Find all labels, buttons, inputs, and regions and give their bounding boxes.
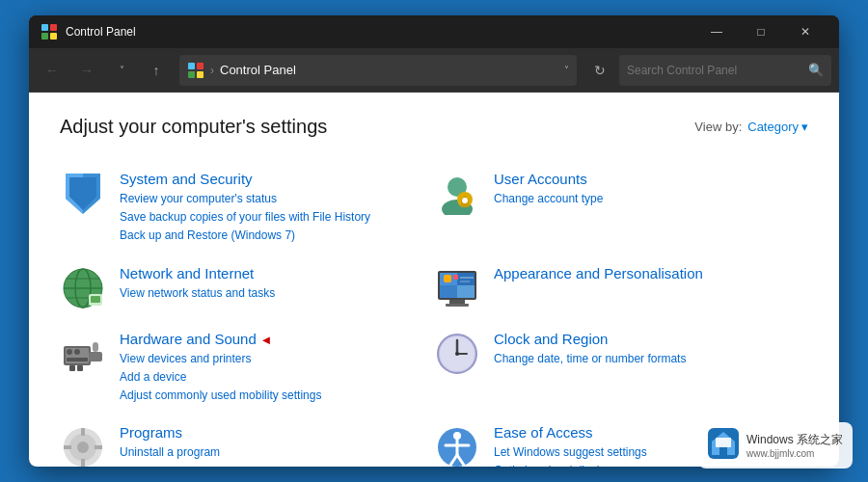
category-hardware-sound: Hardware and Sound View devices and prin…: [60, 321, 434, 415]
category-programs: Programs Uninstall a program: [60, 415, 434, 467]
up-button[interactable]: ↑: [141, 55, 172, 86]
system-security-title[interactable]: System and Security: [120, 171, 253, 187]
svg-rect-7: [197, 71, 203, 78]
svg-rect-3: [50, 33, 57, 40]
view-by-value[interactable]: Category ▾: [747, 120, 808, 134]
svg-rect-52: [64, 445, 71, 449]
category-appearance: Appearance and Personalisation: [434, 255, 808, 321]
programs-title[interactable]: Programs: [120, 424, 182, 441]
svg-rect-37: [89, 352, 102, 362]
svg-rect-50: [81, 428, 85, 436]
appearance-icon: [434, 265, 480, 311]
programs-link-1[interactable]: Uninstall a program: [120, 443, 220, 462]
svg-rect-5: [197, 63, 203, 69]
appearance-content: Appearance and Personalisation: [494, 265, 703, 284]
svg-rect-30: [460, 277, 474, 279]
categories-grid: System and Security Review your computer…: [60, 161, 808, 467]
ease-of-access-link-1[interactable]: Let Windows suggest settings: [494, 443, 647, 462]
svg-rect-23: [457, 273, 475, 285]
svg-point-34: [67, 349, 72, 355]
clock-region-icon: [434, 331, 480, 377]
svg-rect-40: [77, 365, 83, 371]
network-internet-link-1[interactable]: View network status and tasks: [120, 284, 275, 303]
svg-rect-38: [93, 342, 98, 352]
category-user-accounts: User Accounts Change account type: [434, 161, 808, 255]
maximize-button[interactable]: □: [739, 15, 783, 48]
address-separator: ›: [210, 64, 214, 77]
svg-rect-2: [41, 33, 48, 40]
svg-rect-62: [716, 438, 731, 447]
page-title: Adjust your computer's settings: [60, 116, 327, 138]
user-accounts-icon: [434, 171, 480, 217]
window-icon: [41, 23, 58, 40]
svg-rect-53: [95, 445, 102, 449]
system-security-link-2[interactable]: Save backup copies of your files with Fi…: [120, 208, 370, 227]
svg-rect-25: [457, 285, 475, 298]
ease-of-access-icon: [434, 424, 480, 467]
navigation-bar: ← → ˅ ↑ › Control Panel ˅ ↻ 🔍: [29, 48, 839, 93]
user-accounts-title[interactable]: User Accounts: [494, 171, 587, 187]
watermark-brand: Windows 系统之家: [746, 432, 843, 448]
appearance-title[interactable]: Appearance and Personalisation: [494, 265, 703, 281]
search-bar[interactable]: 🔍: [619, 55, 831, 86]
address-chevron-icon[interactable]: ˅: [564, 65, 569, 75]
back-button[interactable]: ←: [37, 55, 68, 86]
svg-rect-31: [460, 281, 470, 282]
category-system-security: System and Security Review your computer…: [60, 161, 434, 255]
svg-rect-6: [188, 71, 195, 78]
refresh-button[interactable]: ↻: [584, 55, 615, 86]
svg-point-49: [77, 442, 89, 453]
watermark-text-block: Windows 系统之家 www.bjjmlv.com: [746, 432, 843, 459]
svg-rect-4: [188, 63, 195, 69]
category-network-internet: Network and Internet View network status…: [60, 255, 434, 321]
search-input[interactable]: [627, 64, 802, 77]
system-security-content: System and Security Review your computer…: [120, 171, 370, 246]
network-internet-title[interactable]: Network and Internet: [120, 265, 254, 281]
clock-region-link-1[interactable]: Change date, time or number formats: [494, 350, 686, 368]
hardware-sound-link-3[interactable]: Adjust commonly used mobility settings: [120, 387, 321, 405]
address-text: Control Panel: [220, 63, 558, 77]
svg-rect-27: [446, 304, 469, 307]
title-bar: Control Panel — □ ✕: [29, 15, 839, 48]
svg-rect-0: [41, 24, 48, 31]
hardware-sound-link-1[interactable]: View devices and printers: [120, 350, 321, 368]
watermark-icon: [708, 428, 739, 463]
clock-region-title[interactable]: Clock and Region: [494, 331, 608, 347]
view-by-control: View by: Category ▾: [694, 120, 808, 134]
svg-rect-24: [440, 285, 457, 298]
category-clock-region: Clock and Region Change date, time or nu…: [434, 321, 808, 415]
search-icon: 🔍: [808, 63, 824, 77]
hardware-sound-content: Hardware and Sound View devices and prin…: [120, 331, 321, 406]
window-controls: — □ ✕: [694, 15, 827, 48]
address-bar-icon: [187, 62, 204, 79]
hardware-sound-title[interactable]: Hardware and Sound: [120, 331, 272, 347]
svg-rect-39: [69, 365, 75, 371]
svg-rect-29: [453, 275, 458, 280]
user-accounts-content: User Accounts Change account type: [494, 171, 603, 208]
history-dropdown-button[interactable]: ˅: [106, 55, 137, 86]
watermark: Windows 系统之家 www.bjjmlv.com: [698, 422, 853, 469]
window-title: Control Panel: [66, 25, 687, 39]
svg-point-46: [455, 352, 459, 356]
svg-rect-19: [91, 296, 100, 303]
user-accounts-link-1[interactable]: Change account type: [494, 190, 603, 208]
svg-point-11: [462, 198, 468, 203]
system-security-link-1[interactable]: Review your computer's status: [120, 190, 370, 208]
minimize-button[interactable]: —: [694, 15, 739, 48]
network-internet-content: Network and Internet View network status…: [120, 265, 275, 303]
hardware-sound-icon: [60, 331, 106, 377]
hardware-sound-link-2[interactable]: Add a device: [120, 368, 321, 387]
svg-point-35: [74, 349, 80, 355]
main-window: Control Panel — □ ✕ ← → ˅ ↑ › Control Pa…: [29, 15, 839, 467]
system-security-link-3[interactable]: Back up and Restore (Windows 7): [120, 227, 370, 245]
address-bar[interactable]: › Control Panel ˅: [179, 55, 577, 86]
content-area: Adjust your computer's settings View by:…: [29, 93, 839, 467]
watermark-url: www.bjjmlv.com: [746, 448, 843, 459]
close-button[interactable]: ✕: [783, 15, 827, 48]
svg-rect-1: [50, 24, 57, 31]
ease-of-access-title[interactable]: Ease of Access: [494, 424, 593, 441]
programs-icon: [60, 424, 106, 467]
forward-button[interactable]: →: [71, 55, 102, 86]
svg-rect-51: [81, 459, 85, 467]
ease-of-access-link-2[interactable]: Optimise visual display: [494, 462, 647, 467]
